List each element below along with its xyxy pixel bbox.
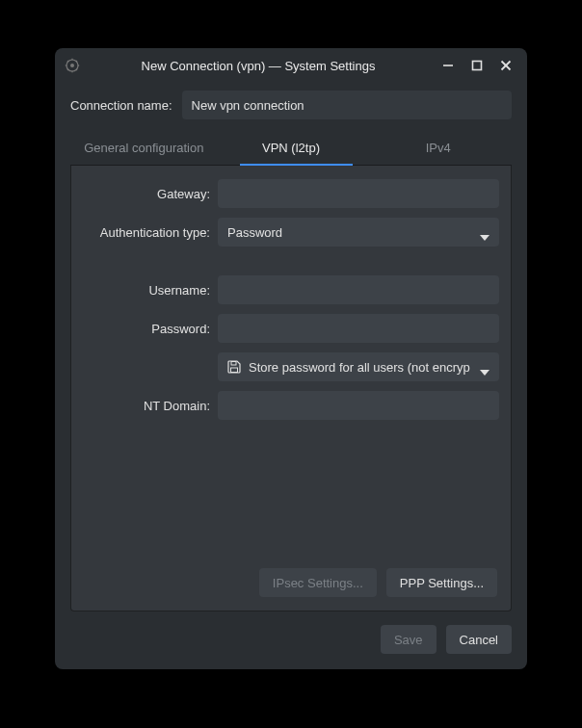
username-input[interactable]	[218, 275, 499, 304]
nt-domain-label: NT Domain:	[85, 399, 210, 413]
titlebar: New Connection (vpn) — System Settings	[55, 48, 527, 83]
tab-vpn-label: VPN (l2tp)	[262, 141, 320, 155]
cancel-button[interactable]: Cancel	[446, 625, 512, 654]
gateway-label: Gateway:	[85, 187, 210, 201]
panel-footer: IPsec Settings... PPP Settings...	[85, 568, 497, 597]
panel-spacer	[85, 420, 497, 568]
password-label: Password:	[85, 322, 210, 336]
settings-app-icon	[65, 58, 80, 73]
settings-window: New Connection (vpn) — System Settings C…	[55, 48, 527, 669]
gateway-input[interactable]	[218, 179, 499, 208]
svg-line-8	[67, 69, 68, 70]
minimize-button[interactable]	[436, 54, 460, 77]
tab-active-underline	[240, 164, 353, 166]
save-icon	[227, 360, 241, 374]
tab-general[interactable]: General configuration	[70, 131, 218, 165]
svg-line-9	[76, 61, 77, 62]
svg-rect-11	[473, 62, 482, 70]
ppp-settings-button[interactable]: PPP Settings...	[386, 568, 497, 597]
svg-rect-15	[231, 368, 238, 373]
tab-ipv4[interactable]: IPv4	[364, 131, 512, 165]
chevron-down-icon	[480, 364, 489, 370]
window-content: Connection name: General configuration V…	[55, 83, 527, 669]
password-input[interactable]	[218, 314, 499, 343]
svg-line-6	[67, 61, 68, 62]
close-button[interactable]	[494, 54, 517, 77]
maximize-button[interactable]	[465, 54, 489, 77]
auth-type-select[interactable]: Password	[218, 218, 499, 247]
tabs: General configuration VPN (l2tp) IPv4	[70, 131, 512, 166]
tab-ipv4-label: IPv4	[426, 141, 451, 155]
connection-name-input[interactable]	[182, 91, 512, 119]
svg-rect-10	[443, 65, 453, 66]
tab-general-label: General configuration	[84, 141, 203, 155]
store-password-value: Store password for all users (not encryp	[249, 360, 470, 375]
auth-type-value: Password	[227, 225, 282, 240]
dialog-footer: Save Cancel	[70, 625, 512, 654]
nt-domain-input[interactable]	[218, 391, 499, 420]
connection-name-label: Connection name:	[70, 98, 172, 113]
connection-name-row: Connection name:	[70, 91, 512, 119]
ipsec-settings-button[interactable]: IPsec Settings...	[259, 568, 377, 597]
svg-point-1	[70, 64, 74, 67]
svg-line-7	[76, 69, 77, 70]
window-title: New Connection (vpn) — System Settings	[88, 59, 429, 73]
chevron-down-icon	[480, 229, 489, 235]
username-label: Username:	[85, 283, 210, 298]
svg-rect-14	[231, 362, 236, 366]
auth-type-label: Authentication type:	[85, 225, 210, 240]
tab-vpn[interactable]: VPN (l2tp)	[218, 131, 365, 165]
titlebar-controls	[436, 54, 517, 77]
vpn-form: Gateway: Authentication type: Password U…	[85, 179, 497, 420]
store-password-select[interactable]: Store password for all users (not encryp	[218, 352, 499, 381]
auth-spacer	[85, 256, 499, 266]
tabs-container: General configuration VPN (l2tp) IPv4	[70, 131, 512, 166]
save-button[interactable]: Save	[381, 625, 436, 654]
tabpanel-vpn: Gateway: Authentication type: Password U…	[70, 166, 512, 611]
